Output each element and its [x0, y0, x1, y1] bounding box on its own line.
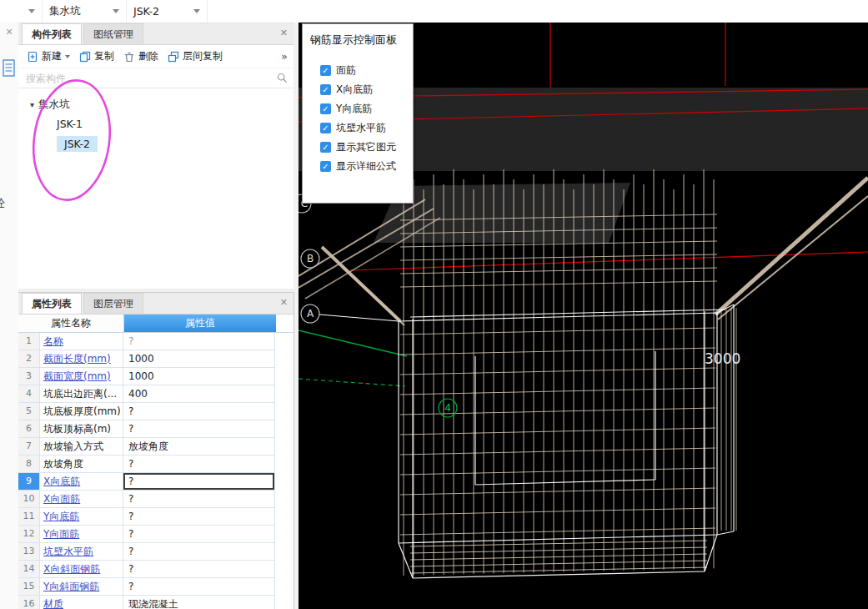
tab-property-list[interactable]: 属性列表: [22, 293, 82, 314]
rebar-checkbox-row[interactable]: ✓坑壁水平筋: [320, 118, 413, 138]
delete-button-label: 删除: [138, 49, 158, 63]
property-name: Y向斜面钢筋: [40, 578, 123, 596]
property-name: Y向面筋: [40, 526, 123, 543]
tree-item-label: JSK-2: [57, 136, 98, 152]
rebar-checkbox-row[interactable]: ✓X向底筋: [320, 80, 413, 99]
rebar-panel-title: 钢筋显示控制面板: [303, 24, 413, 48]
navigator-icon[interactable]: [3, 59, 16, 78]
property-row[interactable]: 5坑底板厚度(mm)?: [18, 403, 294, 420]
row-number: 2: [18, 350, 40, 368]
property-value[interactable]: ?: [123, 508, 275, 526]
property-value[interactable]: ?: [123, 543, 275, 561]
property-value[interactable]: ?: [123, 491, 275, 508]
tree-items: JSK-1JSK-2: [18, 113, 294, 154]
property-row[interactable]: 13坑壁水平筋?: [18, 543, 294, 561]
mini-dropdown[interactable]: [0, 0, 43, 23]
property-value[interactable]: ?: [123, 561, 275, 578]
property-name: 截面长度(mm): [40, 350, 123, 368]
chevron-down-icon: [193, 9, 200, 13]
property-row[interactable]: 3截面宽度(mm)1000: [18, 368, 294, 385]
property-value[interactable]: 放坡角度: [123, 438, 275, 455]
checkbox-icon[interactable]: ✓: [320, 161, 331, 172]
checkbox-icon[interactable]: ✓: [320, 142, 331, 153]
property-value[interactable]: ?: [123, 473, 275, 491]
application-window: 集水坑 JSK-2 ✕ 砼 构件列表 图纸管理 ✕: [0, 0, 868, 609]
property-value[interactable]: 400: [123, 385, 275, 403]
property-value[interactable]: ?: [123, 333, 275, 350]
close-icon[interactable]: ✕: [280, 297, 288, 308]
property-row[interactable]: 15Y向斜面钢筋?: [18, 578, 294, 596]
trash-icon: [123, 51, 135, 63]
new-button[interactable]: 新建: [23, 48, 73, 65]
property-row[interactable]: 4坑底出边距离(...400: [18, 385, 294, 403]
checkbox-icon[interactable]: ✓: [320, 103, 331, 114]
property-value[interactable]: ?: [123, 420, 275, 438]
property-row[interactable]: 2截面长度(mm)1000: [18, 350, 294, 368]
property-name: 材质: [40, 596, 123, 609]
rebar-checkbox-row[interactable]: ✓面筋: [320, 61, 413, 80]
checkbox-label: 显示详细公式: [336, 159, 396, 174]
search-input[interactable]: [24, 72, 273, 85]
3d-viewport[interactable]: C B A 4 3000 钢筋显示控制面板 ✓面筋✓X向底筋✓Y向底筋✓坑壁水平…: [299, 23, 868, 609]
property-row[interactable]: 12Y向面筋?: [18, 526, 294, 543]
tree-item-JSK-1[interactable]: JSK-1: [18, 113, 294, 133]
rebar-checkbox-row[interactable]: ✓显示其它图元: [320, 138, 413, 157]
tree-root-jishuikeng[interactable]: ▾ 集水坑: [18, 95, 294, 113]
component-name-dropdown[interactable]: JSK-2: [127, 0, 208, 23]
property-value[interactable]: ?: [123, 455, 275, 473]
tree-expand-icon[interactable]: ▾: [30, 100, 34, 109]
axis-bubble-b-label: B: [307, 253, 314, 264]
close-icon[interactable]: ✕: [0, 27, 18, 38]
checkbox-icon[interactable]: ✓: [320, 123, 331, 133]
rebar-checkbox-row[interactable]: ✓显示详细公式: [320, 157, 413, 176]
property-name: 放坡输入方式: [40, 438, 123, 455]
tree-item-JSK-2[interactable]: JSK-2: [18, 133, 294, 154]
tab-component-list[interactable]: 构件列表: [22, 23, 82, 44]
component-type-dropdown[interactable]: 集水坑: [43, 0, 127, 23]
component-panel-tabs: 构件列表 图纸管理 ✕: [18, 23, 294, 45]
close-icon[interactable]: ✕: [280, 28, 288, 38]
property-value[interactable]: 1000: [123, 368, 275, 385]
material-tab-label[interactable]: 砼: [0, 196, 5, 211]
row-number: 11: [18, 508, 40, 526]
property-name: Y向底筋: [40, 508, 123, 526]
property-value[interactable]: ?: [123, 578, 275, 596]
tab-layer-management[interactable]: 图层管理: [83, 293, 143, 314]
search-icon[interactable]: [277, 73, 288, 83]
property-name: 截面宽度(mm): [40, 368, 123, 385]
checkbox-label: Y向底筋: [336, 102, 372, 116]
delete-button[interactable]: 删除: [120, 48, 162, 65]
checkbox-label: X向底筋: [336, 83, 373, 97]
property-row[interactable]: 10X向面筋?: [18, 491, 294, 508]
property-row[interactable]: 9X向底筋?: [18, 473, 294, 491]
row-number: 8: [18, 455, 40, 473]
axis-bubble-a-label: A: [307, 308, 314, 320]
property-row[interactable]: 7放坡输入方式放坡角度: [18, 438, 294, 455]
copy-button[interactable]: 复制: [76, 48, 118, 65]
layer-copy-button[interactable]: 层间复制: [164, 48, 226, 65]
row-number: 5: [18, 403, 40, 420]
property-value[interactable]: ?: [123, 526, 275, 543]
property-value[interactable]: 现浇混凝土: [123, 596, 275, 609]
property-name: X向底筋: [40, 473, 123, 491]
row-number: 10: [18, 491, 40, 508]
property-row[interactable]: 14X向斜面钢筋?: [18, 561, 294, 578]
property-row[interactable]: 1名称?: [18, 333, 294, 350]
property-value[interactable]: ?: [123, 403, 275, 420]
search-row: [18, 68, 294, 88]
checkbox-icon[interactable]: ✓: [320, 84, 331, 95]
property-row[interactable]: 8放坡角度?: [18, 455, 294, 473]
property-row[interactable]: 6坑板顶标高(m)?: [18, 420, 294, 438]
property-row[interactable]: 16材质现浇混凝土: [18, 596, 294, 609]
property-row[interactable]: 11Y向底筋?: [18, 508, 294, 526]
property-name: 坑板顶标高(m): [40, 420, 123, 438]
checkbox-icon[interactable]: ✓: [320, 65, 331, 76]
tree-item-label: JSK-1: [57, 118, 83, 130]
property-table-header: 属性名称 属性值: [18, 315, 294, 333]
toolbar-overflow-icon[interactable]: »: [281, 50, 288, 63]
tab-drawing-management[interactable]: 图纸管理: [83, 23, 143, 44]
property-value[interactable]: 1000: [123, 350, 275, 368]
rebar-checkbox-row[interactable]: ✓Y向底筋: [320, 99, 413, 118]
copy-button-label: 复制: [94, 49, 114, 63]
tree-root-label: 集水坑: [38, 98, 70, 112]
